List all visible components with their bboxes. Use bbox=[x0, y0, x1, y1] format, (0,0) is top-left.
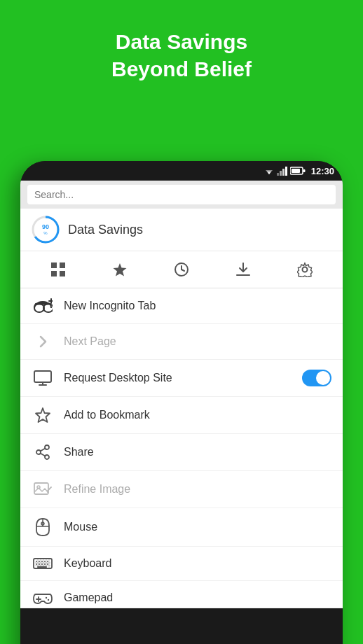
chevron-right-icon bbox=[32, 334, 54, 349]
svg-rect-17 bbox=[51, 271, 57, 276]
svg-point-70 bbox=[46, 597, 47, 598]
search-bar-row bbox=[20, 181, 343, 209]
share-label: Share bbox=[64, 446, 331, 458]
history-icon-button[interactable] bbox=[169, 257, 194, 282]
svg-point-71 bbox=[48, 599, 49, 601]
desktop-icon bbox=[32, 370, 54, 386]
svg-rect-5 bbox=[280, 171, 282, 176]
svg-marker-19 bbox=[114, 263, 127, 276]
menu-item-share[interactable]: Share bbox=[20, 434, 343, 471]
svg-rect-4 bbox=[277, 173, 279, 176]
keyboard-label: Keyboard bbox=[64, 557, 331, 570]
toolbar bbox=[20, 251, 343, 288]
wifi-icon bbox=[263, 166, 275, 176]
menu-item-new-incognito-tab[interactable]: New Incognito Tab bbox=[20, 288, 343, 324]
menu-item-add-bookmark[interactable]: Add to Bookmark bbox=[20, 397, 343, 434]
signal-icon bbox=[277, 166, 288, 176]
status-bar: 12:30 bbox=[20, 161, 343, 181]
svg-rect-6 bbox=[282, 169, 285, 176]
share-icon bbox=[32, 444, 54, 461]
new-incognito-tab-label: New Incognito Tab bbox=[64, 300, 331, 312]
svg-rect-10 bbox=[292, 169, 300, 173]
settings-icon-button[interactable] bbox=[292, 257, 317, 282]
svg-point-25 bbox=[303, 267, 308, 272]
download-icon bbox=[235, 262, 251, 277]
clock-icon bbox=[174, 262, 189, 277]
svg-text:90: 90 bbox=[42, 223, 49, 230]
keyboard-icon bbox=[32, 556, 54, 570]
svg-point-39 bbox=[36, 450, 41, 454]
refine-image-icon bbox=[32, 481, 54, 498]
status-time: 12:30 bbox=[311, 166, 334, 176]
menu-item-mouse[interactable]: Mouse bbox=[20, 508, 343, 547]
add-bookmark-label: Add to Bookmark bbox=[64, 409, 331, 421]
gamepad-label: Gamepad bbox=[64, 592, 331, 604]
menu-item-request-desktop-site[interactable]: Request Desktop Site bbox=[20, 360, 343, 397]
svg-rect-18 bbox=[60, 271, 65, 276]
grid-icon bbox=[50, 262, 66, 277]
menu-item-gamepad[interactable]: Gamepad bbox=[20, 581, 343, 608]
status-icons bbox=[263, 166, 306, 176]
phone-mockup: 12:30 90 % Dat bbox=[20, 161, 343, 644]
phone-body: 12:30 90 % Dat bbox=[20, 161, 343, 644]
refine-image-label: Refine Image bbox=[64, 483, 331, 496]
svg-rect-15 bbox=[51, 262, 57, 268]
request-desktop-toggle[interactable] bbox=[302, 370, 331, 386]
star-icon bbox=[112, 262, 128, 277]
browser-chrome: 90 % Data Savings bbox=[20, 181, 343, 608]
svg-line-40 bbox=[41, 449, 46, 451]
menu-list: New Incognito Tab Next Page bbox=[20, 288, 343, 608]
grid-icon-button[interactable] bbox=[46, 257, 71, 282]
battery-icon bbox=[290, 166, 306, 176]
svg-rect-7 bbox=[285, 167, 287, 176]
data-savings-header: 90 % Data Savings bbox=[20, 209, 343, 251]
header: Data Savings Beyond Belief bbox=[0, 0, 363, 97]
svg-text:%: % bbox=[43, 231, 48, 235]
svg-line-22 bbox=[182, 270, 184, 271]
star-outline-icon bbox=[32, 407, 54, 424]
svg-rect-42 bbox=[34, 483, 48, 494]
svg-line-41 bbox=[41, 454, 46, 456]
gamepad-icon bbox=[32, 591, 54, 605]
svg-rect-16 bbox=[60, 262, 65, 268]
mouse-icon bbox=[32, 518, 54, 536]
gear-icon bbox=[297, 262, 313, 277]
menu-item-refine-image[interactable]: Refine Image bbox=[20, 471, 343, 508]
header-title-line1: Data Savings bbox=[116, 30, 247, 53]
header-title-line2: Beyond Belief bbox=[111, 57, 252, 80]
svg-rect-9 bbox=[303, 169, 305, 172]
mouse-label: Mouse bbox=[64, 521, 331, 533]
bookmarks-icon-button[interactable] bbox=[107, 257, 132, 282]
menu-item-keyboard[interactable]: Keyboard bbox=[20, 547, 343, 581]
svg-marker-36 bbox=[36, 408, 50, 422]
search-input[interactable] bbox=[27, 185, 336, 204]
data-savings-title: Data Savings bbox=[68, 223, 143, 237]
request-desktop-site-label: Request Desktop Site bbox=[64, 372, 302, 384]
incognito-icon bbox=[32, 298, 54, 314]
svg-rect-30 bbox=[35, 303, 50, 305]
next-page-label: Next Page bbox=[64, 335, 331, 348]
svg-point-37 bbox=[45, 445, 49, 449]
svg-rect-33 bbox=[34, 371, 51, 382]
download-icon-button[interactable] bbox=[231, 257, 256, 282]
menu-item-next-page[interactable]: Next Page bbox=[20, 324, 343, 360]
savings-badge: 90 % bbox=[30, 214, 61, 245]
svg-point-38 bbox=[45, 455, 49, 459]
